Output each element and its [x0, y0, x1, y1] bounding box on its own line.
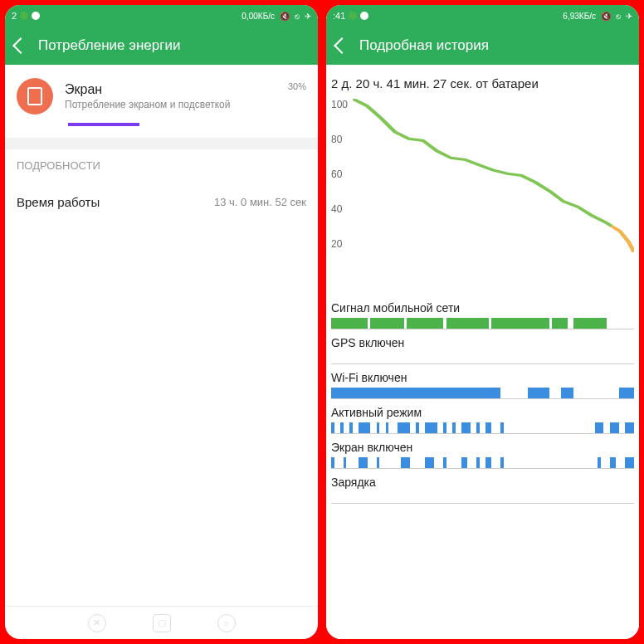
detail-row[interactable]: Время работы 13 ч. 0 мин. 52 сек — [5, 182, 318, 222]
timeline-segment — [476, 422, 480, 433]
timeline-segment — [598, 457, 601, 468]
y-tick: 60 — [331, 168, 353, 203]
battery-duration: 2 д. 20 ч. 41 мин. 27 сек. от батареи — [326, 65, 639, 99]
timeline-segment — [461, 457, 467, 468]
timeline-segment — [625, 422, 634, 433]
app-name: Экран — [65, 82, 276, 97]
mute-icon: 🔇 — [280, 12, 290, 21]
left-screenshot: 2 0,00КБ/с 🔇 ⎋ ✈ Потребление энергии Экр… — [5, 5, 318, 639]
notification-dot-icon — [20, 12, 28, 20]
cast-icon: ⎋ — [295, 12, 300, 21]
timeline-segment — [331, 388, 500, 398]
detail-label: Время работы — [17, 195, 100, 209]
timeline-label: Wi-Fi включен — [331, 371, 634, 384]
timeline-segment — [370, 318, 403, 329]
timeline-bar — [331, 422, 634, 434]
timeline-segment — [443, 457, 446, 468]
timeline-segment — [340, 422, 344, 433]
chart-svg — [353, 99, 634, 273]
timeline-segment — [500, 422, 504, 433]
timeline-segment — [359, 457, 368, 468]
page-header: Подробная история — [326, 27, 639, 65]
timeline-segment — [491, 318, 549, 329]
timeline-label: GPS включен — [331, 336, 634, 349]
usage-progress-bar — [68, 123, 306, 126]
timeline-segment — [377, 422, 380, 433]
y-tick: 20 — [331, 238, 353, 273]
screen-icon — [17, 78, 53, 115]
timeline-segment — [485, 457, 491, 468]
y-tick: 100 — [331, 99, 353, 134]
nav-recent-button[interactable]: ▢ — [153, 614, 171, 632]
timeline-segment — [573, 318, 607, 329]
timeline-segment — [552, 318, 567, 329]
timeline-segment — [561, 388, 573, 398]
time-fragment: :41 — [333, 11, 345, 21]
timeline-segment — [610, 422, 619, 433]
timeline-segment — [595, 422, 604, 433]
timeline-segment — [619, 388, 634, 398]
battery-chart: 10080604020 — [326, 99, 639, 288]
timeline-segment — [377, 457, 380, 468]
timeline-segment — [401, 457, 410, 468]
timeline-segment — [476, 457, 480, 468]
timeline-segment — [331, 422, 334, 433]
section-divider — [5, 138, 318, 149]
timeline-segment — [349, 422, 353, 433]
timeline-label: Активный режим — [331, 406, 634, 419]
detail-value: 13 ч. 0 мин. 52 сек — [214, 196, 306, 208]
page-title: Подробная история — [359, 37, 489, 54]
timeline-label: Сигнал мобильной сети — [331, 301, 634, 315]
time-fragment: 2 — [12, 11, 17, 21]
back-icon[interactable] — [12, 37, 29, 54]
airplane-icon: ✈ — [305, 12, 311, 21]
timeline-segment — [344, 457, 347, 468]
y-tick: 40 — [331, 203, 353, 238]
timeline-segment — [331, 318, 368, 329]
status-bar: :41 6,93КБ/с 🔇 ⎋ ✈ — [326, 5, 639, 27]
app-usage-row[interactable]: Экран Потребление экраном и подсветкой 3… — [5, 65, 318, 123]
airplane-icon: ✈ — [626, 12, 632, 21]
back-icon[interactable] — [334, 37, 350, 54]
network-speed: 0,00КБ/с — [242, 12, 275, 21]
app-subtitle: Потребление экраном и подсветкой — [65, 99, 276, 110]
nav-home-button[interactable]: ○ — [217, 614, 236, 632]
nav-close-button[interactable]: ✕ — [88, 614, 106, 632]
timeline-label: Зарядка — [331, 476, 634, 489]
section-heading: ПОДРОБНОСТИ — [5, 149, 318, 182]
timeline-segment — [386, 422, 389, 433]
right-screenshot: :41 6,93КБ/с 🔇 ⎋ ✈ Подробная история 2 д… — [326, 5, 639, 639]
timeline-segment — [452, 422, 456, 433]
timeline-segment — [610, 457, 616, 468]
nav-bar: ✕ ▢ ○ — [5, 606, 318, 639]
timeline-segment — [416, 422, 419, 433]
timeline-segment — [500, 457, 504, 468]
timeline-segment — [331, 457, 334, 468]
page-title: Потребление энергии — [38, 37, 180, 54]
timeline-segment — [443, 422, 446, 433]
page-header: Потребление энергии — [5, 27, 318, 65]
y-tick: 80 — [331, 134, 353, 168]
notification-dot-icon — [360, 12, 368, 20]
network-speed: 6,93КБ/с — [563, 12, 596, 21]
timeline-segment — [398, 422, 410, 433]
app-percent: 30% — [288, 81, 306, 91]
timeline-segment — [528, 388, 549, 398]
status-bar: 2 0,00КБ/с 🔇 ⎋ ✈ — [5, 5, 318, 27]
timeline-segment — [485, 422, 491, 433]
timeline-segment — [425, 422, 437, 433]
timeline-bar — [331, 388, 634, 399]
timeline-bar — [331, 318, 634, 329]
chart-y-axis: 10080604020 — [331, 99, 353, 273]
timeline-segment — [446, 318, 489, 329]
timeline-bar — [331, 353, 634, 364]
timeline-bar — [331, 492, 634, 504]
timeline-segment — [425, 457, 434, 468]
notification-dot-icon — [32, 12, 40, 20]
timeline-segment — [407, 318, 443, 329]
timeline-segment — [359, 422, 371, 433]
mute-icon: 🔇 — [601, 12, 611, 21]
cast-icon: ⎋ — [616, 12, 621, 21]
timeline-section: Сигнал мобильной сетиGPS включенWi-Fi вк… — [326, 288, 639, 504]
timeline-bar — [331, 457, 634, 469]
